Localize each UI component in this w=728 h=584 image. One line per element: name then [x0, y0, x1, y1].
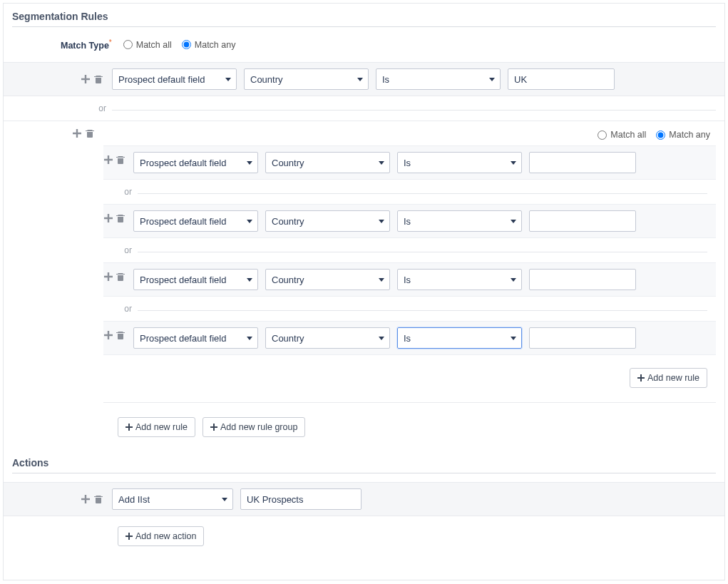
- trash-icon[interactable]: [116, 155, 125, 165]
- add-icon[interactable]: [103, 213, 113, 223]
- trash-icon[interactable]: [116, 330, 125, 340]
- field-select[interactable]: Country: [265, 269, 390, 290]
- add-icon[interactable]: [81, 494, 91, 504]
- match-type-label: Match Type*: [61, 39, 112, 51]
- radio-match-all-input[interactable]: [123, 40, 133, 49]
- radio-match-all[interactable]: Match all: [123, 40, 172, 50]
- action-row: Add IIst: [4, 482, 724, 516]
- add-icon[interactable]: [72, 128, 82, 138]
- field-select[interactable]: Country: [265, 210, 390, 232]
- field-type-select[interactable]: Prospect default field: [133, 327, 258, 349]
- page-container: Segmentation Rules Match Type* Match all…: [3, 3, 725, 580]
- section-title-actions: Actions: [4, 450, 724, 473]
- rule-row: Prospect default field Country Is: [4, 62, 724, 96]
- section-title-rules: Segmentation Rules: [4, 4, 724, 26]
- or-separator: or: [4, 96, 724, 121]
- add-icon[interactable]: [103, 155, 113, 165]
- group-match-type: Match all Match any: [103, 125, 716, 145]
- field-type-select[interactable]: Prospect default field: [133, 210, 258, 232]
- action-type-select[interactable]: Add IIst: [112, 488, 233, 510]
- match-type-row: Match Type* Match all Match any: [4, 27, 724, 62]
- radio-match-any[interactable]: Match any: [182, 40, 236, 50]
- value-input[interactable]: [529, 269, 636, 290]
- or-separator: or: [103, 297, 716, 321]
- add-icon[interactable]: [103, 272, 113, 282]
- rule-handles: [103, 269, 133, 282]
- rule-handles: [12, 74, 112, 84]
- group-radio-match-all[interactable]: Match all: [598, 130, 646, 140]
- actions-add-row: Add new action: [4, 516, 724, 559]
- add-new-action-button[interactable]: Add new action: [118, 526, 204, 546]
- rule-controls: Prospect default field Country Is: [133, 152, 636, 173]
- value-input[interactable]: [529, 152, 636, 173]
- or-separator: or: [103, 180, 716, 204]
- field-type-select[interactable]: Prospect default field: [112, 68, 237, 90]
- field-select[interactable]: Country: [244, 68, 369, 90]
- trash-icon[interactable]: [93, 74, 103, 84]
- action-value-input[interactable]: [240, 488, 362, 510]
- rule-handles: [103, 152, 133, 165]
- operator-select[interactable]: Is: [397, 269, 522, 290]
- rule-controls: Prospect default field Country Is: [112, 68, 615, 90]
- nested-rule-row: Prospect default field Country Is: [103, 321, 716, 355]
- rule-controls: Prospect default field Country Is: [133, 269, 636, 290]
- rule-handles: [103, 327, 133, 340]
- action-controls: Add IIst: [112, 488, 362, 510]
- value-input[interactable]: [508, 68, 615, 90]
- group-radio-match-all-input[interactable]: [598, 130, 607, 140]
- field-select[interactable]: Country: [265, 152, 390, 173]
- field-type-select[interactable]: Prospect default field: [133, 269, 258, 290]
- field-type-select[interactable]: Prospect default field: [133, 152, 258, 173]
- rule-controls: Prospect default field Country Is: [133, 327, 636, 349]
- add-new-rule-button[interactable]: Add new rule: [630, 368, 707, 388]
- add-new-rule-group-button[interactable]: Add new rule group: [202, 417, 305, 437]
- add-new-rule-button-outer[interactable]: Add new rule: [118, 417, 195, 437]
- trash-icon[interactable]: [93, 494, 103, 504]
- group-handles: [4, 125, 103, 138]
- nested-rule-row: Prospect default field Country Is: [103, 145, 716, 180]
- operator-select[interactable]: Is: [376, 68, 501, 90]
- group-footer: Add new rule: [103, 355, 716, 403]
- rule-controls: Prospect default field Country Is: [133, 210, 636, 232]
- operator-select[interactable]: Is: [397, 152, 522, 173]
- add-icon[interactable]: [103, 330, 113, 340]
- nested-rule-row: Prospect default field Country Is: [103, 262, 716, 297]
- value-input[interactable]: [529, 327, 636, 349]
- operator-select[interactable]: Is: [397, 210, 522, 232]
- trash-icon[interactable]: [85, 128, 95, 138]
- nested-rule-row: Prospect default field Country Is: [103, 204, 716, 238]
- or-separator: or: [103, 238, 716, 262]
- trash-icon[interactable]: [116, 272, 125, 282]
- action-handles: [12, 494, 112, 504]
- group-body: Match all Match any Prospect default fie…: [103, 125, 716, 403]
- field-select[interactable]: Country: [265, 327, 390, 349]
- rule-group: Match all Match any Prospect default fie…: [4, 121, 724, 407]
- radio-match-any-input[interactable]: [182, 40, 191, 49]
- group-radio-match-any[interactable]: Match any: [656, 130, 710, 140]
- operator-select[interactable]: Is: [397, 327, 522, 349]
- outer-add-row: Add new rule Add new rule group: [4, 407, 724, 450]
- rule-handles: [103, 210, 133, 223]
- group-radio-match-any-input[interactable]: [656, 130, 665, 140]
- match-type-radio-group: Match all Match any: [123, 40, 236, 50]
- value-input[interactable]: [529, 210, 636, 232]
- trash-icon[interactable]: [116, 213, 125, 223]
- add-icon[interactable]: [81, 74, 91, 84]
